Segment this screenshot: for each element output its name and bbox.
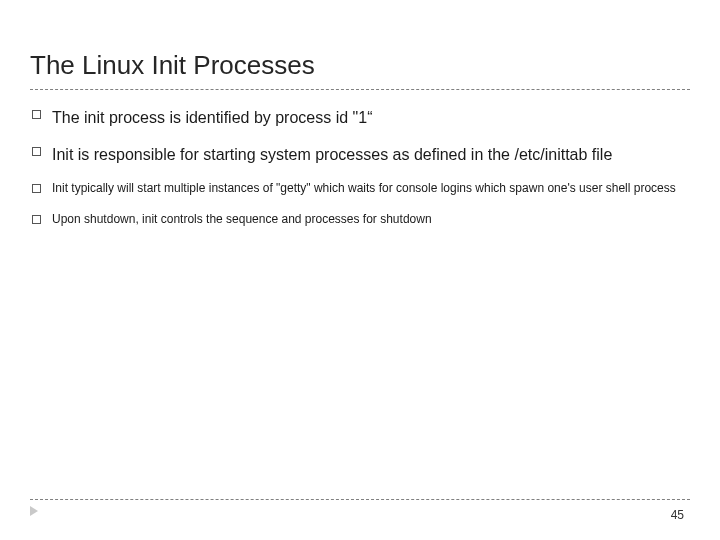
bullet-box-icon [32,110,41,119]
bullet-item: Upon shutdown, init controls the sequenc… [30,209,690,229]
bullet-text: Init is responsible for starting system … [52,146,612,163]
bullet-box-icon [32,147,41,156]
bullet-text: Upon shutdown, init controls the sequenc… [52,212,432,226]
title-divider [30,89,690,90]
bullet-item: Init typically will start multiple insta… [30,178,690,198]
footer-divider [30,499,690,500]
bullet-text: The init process is identified by proces… [52,109,373,126]
bullet-list: The init process is identified by proces… [30,104,690,229]
slide: The Linux Init Processes The init proces… [0,0,720,540]
bullet-box-icon [32,215,41,224]
bullet-text: Init typically will start multiple insta… [52,181,676,195]
bullet-box-icon [32,184,41,193]
slide-title: The Linux Init Processes [30,50,690,81]
page-number: 45 [671,508,684,522]
footer-triangle-icon [30,506,38,516]
bullet-item: Init is responsible for starting system … [30,141,690,168]
bullet-item: The init process is identified by proces… [30,104,690,131]
